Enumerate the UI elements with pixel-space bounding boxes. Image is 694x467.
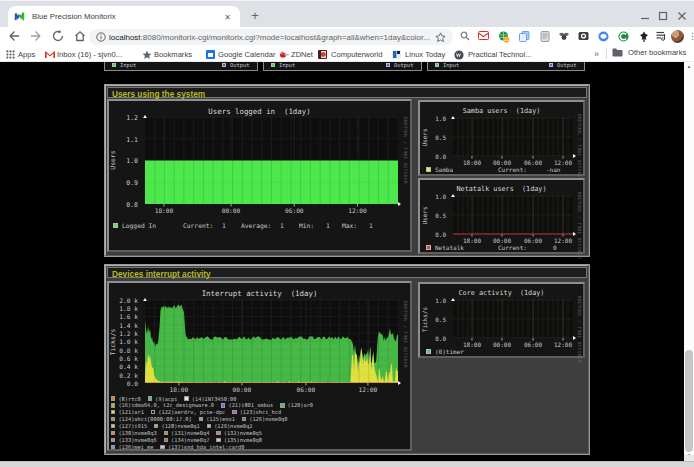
chart-plot-area [453,300,573,338]
legend-swatch [164,438,168,442]
legend-label: (126)nvme0q0 [249,416,287,422]
back-button[interactable] [7,29,23,45]
green-c-extension-icon[interactable] [617,31,630,44]
minimize-button[interactable] [638,7,652,21]
legend-swatch [164,431,168,435]
y-tick-label: 0.9 [126,179,138,187]
legend-swatch [160,445,164,449]
chart-legend: SambaCurrent:-nan [426,166,579,174]
legend-label: Output [557,62,576,68]
page-info-icon[interactable] [96,32,106,42]
y-tick-label: 1.2 k [119,330,138,337]
legend-label: (8)rtc0 [118,396,140,402]
legend-swatch [148,396,152,400]
wings-extension-icon[interactable] [557,31,570,44]
y-tick-label: 1.2 [126,114,138,122]
new-tab-button[interactable]: + [247,8,263,24]
gmail-extension-icon[interactable] [477,31,490,44]
legend-label: (0)timer [435,348,464,355]
legend-label: (120)ar0 [288,402,314,408]
legend-label: (123)xhci_hcd [240,409,281,415]
bookmark-star-icon[interactable] [435,32,446,43]
legend-label: (124)ahci[0000:00:17.0] [118,416,191,422]
y-tick-label: 0.8 [126,201,138,209]
globe-extension-icon[interactable]: 12 [497,31,510,44]
url-path: :8080/monitorix-cgi/monitorix.cgi?mode=l… [141,33,430,42]
x-tick-label: 06:00 [294,386,318,393]
chat-extension-icon[interactable] [597,31,610,44]
home-button[interactable] [73,29,89,45]
tab-close-icon[interactable]: ✕ [221,11,234,24]
profile-avatar[interactable] [671,30,684,43]
legend-label: (132)nvme0q5 [224,430,262,436]
close-button[interactable] [675,7,689,21]
other-bookmarks-button[interactable]: Other bookmarks [612,48,686,57]
bookmark-favicon-icon [318,50,327,59]
x-tick-label: 06:00 [521,159,545,166]
tab-title: Blue Precision Monitorix [32,12,116,21]
legend-label: Output [230,62,249,68]
legend-label: (125)eno1 [206,416,235,422]
y-tick-label: 0.4 k [119,363,138,370]
chart-legend: (0)timer [426,348,579,356]
legend-label: (136)mei_me [118,444,153,450]
y-tick-label: 1.4 k [119,322,138,329]
y-axis-label: Ticks/s [421,290,428,350]
x-tick-label: 06:00 [521,341,545,348]
rrdtool-watermark: RRDTOOL / TOBI OETIKER [577,114,582,170]
forward-button[interactable] [29,29,45,45]
legend-swatch [112,63,116,67]
bookmarks-overflow-icon[interactable]: » [594,49,599,59]
legend-swatch [426,245,431,250]
y-tick-label: 1.0 k [119,338,138,345]
reload-button[interactable] [51,29,67,45]
scroll-up-icon[interactable]: ▲ [684,62,694,72]
vertical-scrollbar[interactable]: ▲ ▼ [684,62,694,461]
other-bookmarks-label: Other bookmarks [628,48,686,57]
monitorix-favicon-icon [14,11,25,22]
scrollbar-thumb[interactable] [685,350,693,452]
graph-core-activity: Core activity (1day) Ticks/s 1.0 0.5 0.0… [418,282,585,358]
x-tick-label: 12:00 [356,386,380,393]
camera-extension-icon[interactable] [577,31,590,44]
browser-menu-icon[interactable]: ⋮ [688,30,694,43]
y-tick-label: 0.8 k [119,347,138,354]
legend-label: (16)idma64.0, i2c_designware.0 [118,402,214,408]
cutoff-graph-box: Input Output [104,62,258,71]
search-extension-icon[interactable] [458,31,471,44]
graph-title: Samba users (1day) [420,107,583,115]
legend-label: (135)nvme0q8 [224,437,262,443]
graph-title: Users logged in (1day) [109,107,410,116]
legend-label: (130)nvme0q3 [118,430,156,436]
copy-pages-extension-icon[interactable] [518,31,531,44]
legend-swatch [113,223,118,228]
pin-extension-icon[interactable] [637,31,650,44]
horizontal-scrollbar[interactable] [0,461,694,467]
legend-swatch [184,396,188,400]
page-extension-icon[interactable] [538,31,551,44]
scrollbar-corner [684,455,694,461]
legend-swatch [426,167,431,172]
bookmarks-separator [606,48,607,59]
y-tick-label: 0.6 k [119,355,138,362]
x-tick-label: 12:00 [551,341,575,348]
legend-swatch [111,424,115,428]
chart-legend: NetatalkCurrent:0 [426,244,579,252]
legend-swatch [232,410,236,414]
address-bar[interactable]: localhost:8080/monitorix-cgi/monitorix.c… [89,29,453,45]
legend-stat-value: 1 [280,222,284,229]
legend-label: Output [394,62,413,68]
y-tick-label: 0.0 [435,231,446,238]
x-tick-label: 00:00 [490,237,514,244]
legend-swatch [111,417,115,421]
url-text[interactable]: localhost:8080/monitorix-cgi/monitorix.c… [109,33,430,42]
maximize-button[interactable] [656,7,670,21]
chart-plot-area [453,196,573,234]
chart-legend-row: (136)mei_me(137)snd_hda_intel:card0 [111,443,408,450]
legend-swatch [154,424,158,428]
x-tick-label: 18:00 [460,341,484,348]
playlist-extension-icon[interactable] [655,31,668,44]
legend-label: Logged In [122,222,156,229]
browser-tab[interactable]: Blue Precision Monitorix ✕ [8,6,240,28]
legend-label: Input [120,62,136,68]
